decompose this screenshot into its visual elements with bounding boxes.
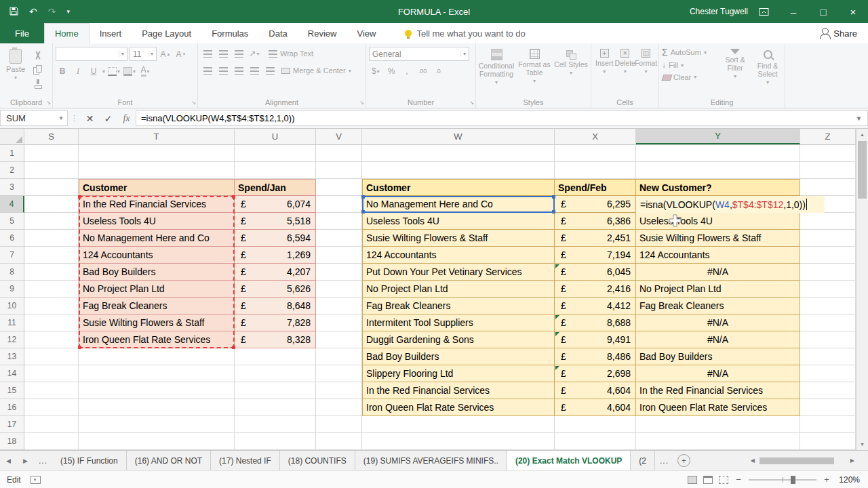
cell-Y13[interactable]: Bad Boy Builders: [636, 348, 800, 365]
column-header-U[interactable]: U: [235, 129, 316, 144]
tab-view[interactable]: View: [347, 23, 386, 43]
cell-Y9[interactable]: No Project Plan Ltd: [636, 281, 800, 298]
cell-W10[interactable]: Fag Break Cleaners: [362, 298, 555, 314]
vscroll-thumb[interactable]: [858, 141, 867, 199]
tab-insert[interactable]: Insert: [90, 23, 132, 43]
tab-page-layout[interactable]: Page Layout: [132, 23, 201, 43]
cell-Y3[interactable]: New Customer?: [636, 179, 800, 196]
paste-button[interactable]: Paste ▾: [3, 47, 28, 90]
insert-function-button[interactable]: fx: [117, 113, 136, 124]
row-header-16[interactable]: 16: [0, 399, 24, 416]
vertical-scrollbar[interactable]: ▲ ▼: [856, 129, 868, 450]
borders-button[interactable]: ▾: [107, 64, 121, 78]
cell-T4[interactable]: In the Red Financial Services: [79, 196, 235, 213]
cell-X7[interactable]: £7,194: [555, 247, 636, 264]
underline-button[interactable]: U: [87, 64, 100, 78]
cell-W12[interactable]: Duggit Gardening & Sons: [362, 331, 555, 348]
row-header-11[interactable]: 11: [0, 314, 24, 331]
font-size-select[interactable]: 11▾: [130, 47, 157, 61]
percent-style-button[interactable]: %: [384, 64, 398, 78]
undo-icon[interactable]: ↶: [29, 7, 37, 16]
cell-W3[interactable]: Customer: [362, 179, 555, 196]
maximize-button[interactable]: □: [808, 0, 838, 23]
hscroll-right-icon[interactable]: ▶: [850, 458, 854, 464]
formula-bar-expand-icon[interactable]: ▼: [850, 115, 867, 122]
horizontal-scrollbar[interactable]: ◀ ▶: [751, 451, 868, 470]
cell-U11[interactable]: £7,828: [235, 314, 316, 331]
enter-button[interactable]: ✓: [99, 113, 117, 124]
sort-filter-button[interactable]: Sort & Filter ▾: [720, 47, 750, 85]
column-header-T[interactable]: T: [79, 129, 235, 144]
cell-Y10[interactable]: Fag Break Cleaners: [636, 298, 800, 314]
row-header-8[interactable]: 8: [0, 264, 24, 281]
cancel-button[interactable]: ✕: [81, 113, 99, 124]
grid-body[interactable]: 123456789101112131415161718CustomerSpend…: [0, 145, 856, 450]
page-break-view-button[interactable]: [719, 476, 728, 484]
decrease-decimal-button[interactable]: .0: [431, 64, 445, 78]
number-format-select[interactable]: General▾: [369, 47, 469, 61]
tab-data[interactable]: Data: [258, 23, 297, 43]
font-name-select[interactable]: ▾: [56, 47, 127, 61]
scroll-up-icon[interactable]: ▲: [856, 129, 868, 140]
decrease-indent-button[interactable]: [248, 64, 261, 77]
row-header-2[interactable]: 2: [0, 162, 24, 179]
cell-W7[interactable]: 124 Accountants: [362, 247, 555, 264]
autosum-button[interactable]: ΣAutoSum▾: [662, 47, 717, 58]
previous-sheet-icon[interactable]: ◀: [0, 451, 17, 470]
row-header-18[interactable]: 18: [0, 433, 24, 450]
copy-button[interactable]: [31, 62, 44, 76]
cell-W5[interactable]: Useless Tools 4U: [362, 213, 555, 230]
cell-W16[interactable]: Iron Queen Flat Rate Services: [362, 399, 555, 416]
cell-X12[interactable]: £9,491: [555, 331, 636, 348]
align-right-button[interactable]: [232, 64, 245, 77]
cell-U5[interactable]: £5,518: [235, 213, 316, 230]
cell-Y11[interactable]: #N/A: [636, 314, 800, 331]
align-middle-button[interactable]: [216, 47, 230, 60]
cell-U8[interactable]: £4,207: [235, 264, 316, 281]
page-layout-view-button[interactable]: [703, 476, 713, 484]
cell-T12[interactable]: Iron Queen Flat Rate Services: [79, 331, 235, 348]
cell-T11[interactable]: Susie Wilting Flowers & Staff: [79, 314, 235, 331]
cell-X6[interactable]: £2,451: [555, 230, 636, 247]
share-button[interactable]: Share: [822, 23, 857, 43]
cell-X4[interactable]: £6,295: [555, 196, 636, 213]
redo-icon[interactable]: ↷: [48, 7, 56, 16]
sheet-tab-16-and-or-not[interactable]: (16) AND OR NOT: [127, 451, 211, 470]
close-button[interactable]: ×: [838, 0, 868, 23]
conditional-formatting-button[interactable]: Conditional Formatting ▾: [477, 47, 515, 85]
cell-W13[interactable]: Bad Boy Builders: [362, 348, 555, 365]
align-top-button[interactable]: [201, 47, 214, 60]
cell-W11[interactable]: Intermitent Tool Suppliers: [362, 314, 555, 331]
cell-X10[interactable]: £4,412: [555, 298, 636, 314]
delete-cells-button[interactable]: × Delete ▾: [615, 47, 636, 75]
sheet-tab-20-exact-match-vlookup[interactable]: (20) Exact Match VLOOKUP: [507, 451, 631, 470]
row-header-5[interactable]: 5: [0, 213, 24, 230]
decrease-font-size-button[interactable]: A▼: [174, 47, 188, 61]
add-sheet-button[interactable]: +: [677, 454, 690, 467]
sheet-overflow-left[interactable]: ...: [34, 451, 52, 470]
cell-W15[interactable]: In the Red Financial Services: [362, 382, 555, 399]
sheet-tab-19-sumifs-averageifs-minifs[interactable]: (19) SUMIFS AVERAGEIFS MINIFS..: [355, 451, 507, 470]
hscroll-thumb[interactable]: [760, 458, 834, 464]
orientation-button[interactable]: ↗▾: [248, 47, 261, 60]
cell-T7[interactable]: 124 Accountants: [79, 247, 235, 264]
macro-record-icon[interactable]: [31, 476, 41, 484]
cell-Y14[interactable]: #N/A: [636, 365, 800, 382]
cell-T10[interactable]: Fag Break Cleaners: [79, 298, 235, 314]
alignment-dialog-launcher[interactable]: ↘: [359, 100, 364, 106]
cell-X5[interactable]: £6,386: [555, 213, 636, 230]
cell-U6[interactable]: £6,594: [235, 230, 316, 247]
find-select-button[interactable]: Find & Select ▾: [753, 47, 783, 85]
column-header-Z[interactable]: Z: [800, 129, 856, 144]
accounting-format-button[interactable]: $▾: [369, 64, 382, 78]
name-box-dropdown-icon[interactable]: ▼: [58, 115, 67, 121]
ribbon-display-options-icon[interactable]: [759, 7, 769, 17]
row-header-7[interactable]: 7: [0, 247, 24, 264]
cell-X8[interactable]: £6,045: [555, 264, 636, 281]
cell-X3[interactable]: Spend/Feb: [555, 179, 636, 196]
formula-input[interactable]: =isna(VLOOKUP(W4,$T$4:$T$12,1,0)) ▼: [136, 110, 868, 126]
cut-button[interactable]: [31, 48, 44, 62]
row-header-6[interactable]: 6: [0, 230, 24, 247]
tab-home[interactable]: Home: [44, 23, 90, 43]
increase-decimal-button[interactable]: .00: [416, 64, 429, 78]
